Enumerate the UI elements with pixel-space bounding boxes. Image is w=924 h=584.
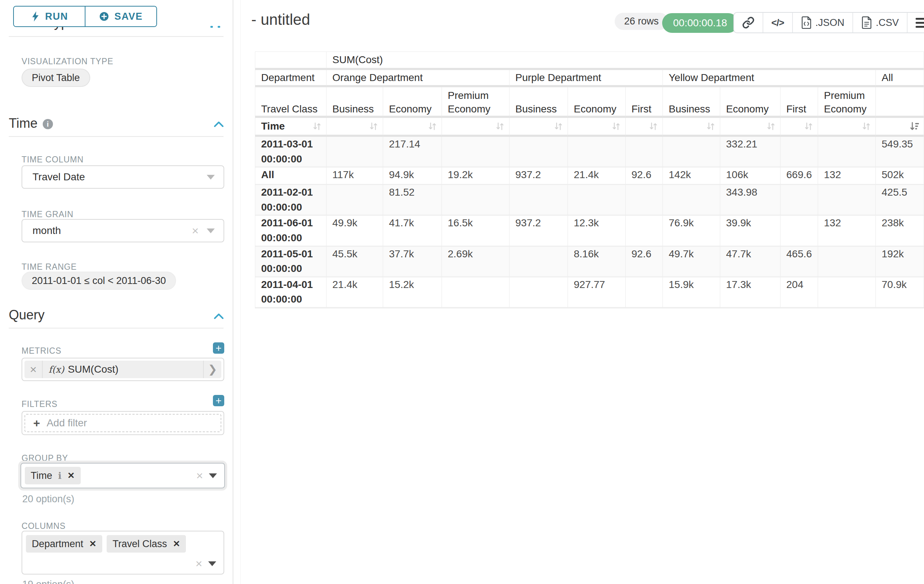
sort-header[interactable] [327,118,383,137]
column-header: Economy [568,87,625,118]
add-filter-label: Add filter [47,417,87,429]
table-cell: 669.6 [780,168,818,185]
group-by-select[interactable]: Time i ✕ × [20,463,225,489]
column-group-header: All [876,70,924,87]
expand-metric-icon[interactable]: ❯ [203,360,221,378]
menu-button[interactable] [908,13,924,33]
tag-close-icon[interactable]: ✕ [173,539,180,549]
table-row: 2011-02-01 00:00:0081.52343.98425.5 [255,185,924,216]
column-group-header: Orange Department [327,70,510,87]
export-json-button[interactable]: .JSON [793,13,853,33]
pivot-table-wrap: SUM(Cost) Department Orange Department P… [255,51,923,308]
table-cell: 332.21 [720,137,780,168]
sort-header[interactable] [625,118,663,137]
time-range-pill[interactable]: 2011-01-01 ≤ col < 2011-06-30 [21,271,176,290]
sort-header[interactable] [720,118,780,137]
metric-pill[interactable]: × f(x)SUM(Cost) ❯ [25,360,221,378]
sort-header[interactable] [818,118,876,137]
table-cell [818,247,876,277]
table-cell: 2.69k [442,247,510,277]
group-by-tag[interactable]: Time i ✕ [25,467,81,484]
bolt-icon [31,11,40,22]
columns-tag-department[interactable]: Department ✕ [26,535,102,553]
time-column-label: TIME COLUMN [21,155,84,165]
row-label: 2011-06-01 00:00:00 [255,216,327,247]
add-metric-button[interactable]: + [213,342,224,354]
column-header: Premium Economy [442,87,510,118]
panel-divider[interactable] [233,0,233,584]
time-grain-select[interactable]: month × [21,219,224,242]
column-header: First [780,87,818,118]
sort-header-active[interactable] [876,118,924,137]
time-collapse-chevron[interactable] [213,120,224,128]
divider-query [9,328,223,329]
table-cell [625,185,663,216]
clear-icon[interactable]: × [196,470,203,482]
group-by-label: GROUP BY [21,453,68,463]
plus-icon: + [33,417,40,429]
column-header [876,87,924,118]
save-button[interactable]: SAVE [86,7,156,26]
table-cell: 8.16k [568,247,625,277]
sort-header[interactable] [780,118,818,137]
view-query-button[interactable]: </> [763,13,793,33]
table-cell: 21.4k [327,277,383,308]
filters-label: FILTERS [21,399,57,409]
sort-header-time[interactable]: Time [255,118,327,137]
table-cell: 49.9k [327,216,383,247]
code-icon: </> [771,17,784,28]
column-group-header: Purple Department [510,70,663,87]
clear-icon[interactable]: × [195,558,202,569]
table-cell: 142k [663,168,720,185]
table-cell [663,185,720,216]
table-cell: 94.9k [383,168,442,185]
time-column-select[interactable]: Travel Date [21,165,224,189]
sort-header[interactable] [442,118,510,137]
sort-icon [495,121,505,132]
metrics-label: METRICS [21,346,61,356]
columns-hint: 19 option(s) [22,579,74,584]
sort-header[interactable] [568,118,625,137]
table-cell [780,216,818,247]
add-filter-inner: + Add filter [25,414,221,432]
explore-page: Chart Type RUN SAVE VISUALIZATION TYPE [0,0,924,584]
table-cell [510,277,568,308]
sort-icon [428,121,437,132]
gutter-dot-2 [218,26,220,28]
table-row: All117k94.9k19.2k937.221.4k92.6142k106k6… [255,168,924,185]
table-cell [442,277,510,308]
export-csv-button[interactable]: .CSV [853,13,908,33]
time-grain-value: month [33,225,192,237]
divider-time [9,136,223,137]
visualization-type-pill[interactable]: Pivot Table [21,69,90,87]
group-by-controls: × [196,470,217,482]
time-section-heading: Timei [9,116,53,131]
tag-close-icon[interactable]: ✕ [89,539,96,549]
share-link-button[interactable] [734,13,763,33]
sort-header[interactable] [663,118,720,137]
tag-close-icon[interactable]: ✕ [68,470,75,481]
sidebar-topbar: RUN SAVE [0,0,233,27]
chart-title[interactable]: - untitled [251,11,310,28]
add-filter-plus-button[interactable]: + [213,395,224,406]
table-row: 2011-04-01 00:00:0021.4k15.2k927.7715.9k… [255,277,924,308]
remove-metric-icon[interactable]: × [25,360,43,378]
columns-select[interactable]: Department ✕ Travel Class ✕ × [21,531,224,574]
sort-header[interactable] [383,118,442,137]
table-cell: 47.7k [720,247,780,277]
query-collapse-chevron[interactable] [213,313,224,320]
table-cell: 465.6 [780,247,818,277]
timer-badge: 00:00:00.18 [662,13,738,33]
table-cell [780,185,818,216]
run-button[interactable]: RUN [14,7,86,26]
table-cell: 343.98 [720,185,780,216]
row-label: 2011-03-01 00:00:00 [255,137,327,168]
row-count-badge: 26 rows [615,13,668,30]
add-filter-box[interactable]: + Add filter [21,411,224,435]
table-cell [568,185,625,216]
clear-icon[interactable]: × [192,225,199,237]
sort-header[interactable] [510,118,568,137]
caret-down-icon[interactable] [209,474,217,478]
columns-tag-travel-class[interactable]: Travel Class ✕ [107,535,186,553]
caret-down-icon[interactable] [208,561,216,566]
